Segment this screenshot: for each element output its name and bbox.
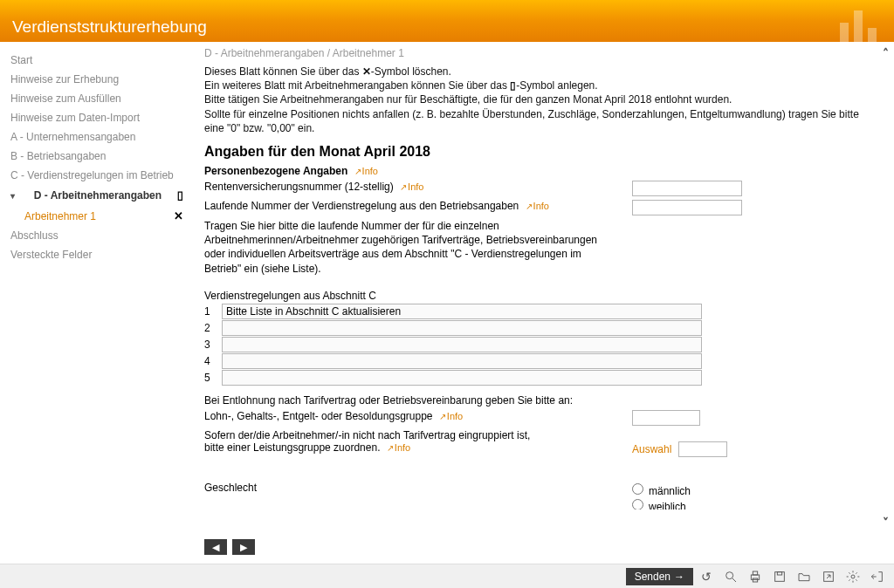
intro-block: Dieses Blatt können Sie über das ✕-Symbo… [204, 65, 859, 135]
nav-hinweise-ausfuellen[interactable]: Hinweise zum Ausfüllen [0, 89, 194, 108]
scrollbar[interactable]: ˄ ˅ [878, 47, 892, 529]
breadcrumb: D - Arbeitnehmerangaben / Arbeitnehmer 1 [204, 47, 880, 59]
info-link[interactable]: Info [400, 181, 423, 192]
auswahl-label: Auswahl [632, 443, 671, 455]
print-icon[interactable] [744, 567, 767, 586]
info-link[interactable]: Info [526, 201, 549, 211]
info-link[interactable]: Info [439, 411, 463, 421]
footer-toolbar: Senden ↺ [0, 564, 894, 588]
nav-hinweise-erhebung[interactable]: Hinweise zur Erhebung [0, 70, 194, 89]
logout-icon[interactable] [866, 567, 889, 586]
content-scroll: Dieses Blatt können Sie über das ✕-Symbo… [204, 65, 880, 509]
section-title: Angaben für den Monat April 2018 [204, 144, 859, 160]
list-row-1-input[interactable] [222, 304, 702, 319]
svg-rect-6 [777, 571, 781, 574]
lfdnr-label: Laufende Nummer der Verdienstregelung au… [204, 200, 519, 212]
geschlecht-label: Geschlecht [204, 482, 632, 494]
nav-d-child-1[interactable]: Arbeitnehmer 1 ✕ [0, 206, 194, 226]
list-row-4-input[interactable] [222, 353, 702, 369]
lohngruppe-label: Lohn-, Gehalts-, Entgelt- oder Besoldung… [204, 410, 433, 422]
nav-start[interactable]: Start [0, 51, 194, 70]
svg-line-1 [732, 578, 736, 582]
next-page-button[interactable]: ▶ [232, 539, 255, 555]
search-icon[interactable] [719, 567, 742, 586]
nav-b-betrieb[interactable]: B - Betriebsangaben [0, 147, 194, 166]
lfdnr-input[interactable] [632, 200, 742, 215]
scroll-down-icon[interactable]: ˅ [878, 516, 892, 529]
export-icon[interactable] [817, 567, 840, 586]
app-title: Verdienststrukturerhebung [12, 17, 207, 37]
list-row-2-input[interactable] [222, 320, 702, 336]
new-page-icon[interactable]: ▯ [177, 188, 183, 202]
radio-maennlich[interactable]: männlich [632, 483, 691, 497]
list-row-5-input[interactable] [222, 370, 702, 386]
undo-icon[interactable]: ↺ [695, 567, 718, 586]
svg-point-8 [851, 575, 855, 578]
nav-a-unternehmen[interactable]: A - Unternehmensangaben [0, 127, 194, 147]
svg-rect-3 [753, 571, 757, 575]
svg-point-0 [726, 571, 733, 578]
pager: ◀ ▶ [204, 539, 255, 555]
list-row-3-input[interactable] [222, 337, 702, 352]
verdienstregelungen-list: 1 2 3 4 5 [204, 304, 702, 386]
personal-heading: Personenbezogene Angaben [204, 165, 347, 177]
open-icon[interactable] [793, 567, 815, 586]
info-link[interactable]: Info [387, 442, 410, 453]
nav-d-arbeitnehmer[interactable]: D - Arbeitnehmerangaben ▯ [0, 185, 194, 206]
send-button[interactable]: Senden [626, 568, 693, 585]
sidebar: Start Hinweise zur Erhebung Hinweise zum… [0, 42, 194, 564]
help-block: Tragen Sie hier bitte die laufende Numme… [204, 219, 606, 276]
svg-rect-5 [775, 571, 785, 581]
logo-bars-icon [840, 10, 877, 42]
main-panel: D - Arbeitnehmerangaben / Arbeitnehmer 1… [194, 42, 894, 564]
save-icon[interactable] [768, 567, 791, 586]
rentennr-input[interactable] [632, 181, 742, 196]
list-heading: Verdienstregelungen aus Abschnitt C [204, 290, 859, 302]
delete-page-icon[interactable]: ✕ [174, 209, 183, 222]
leistungsgruppe-label-1: Sofern der/die Arbeitnehmer/-in nicht na… [204, 429, 530, 441]
svg-rect-4 [753, 578, 757, 582]
nav-versteckte[interactable]: Versteckte Felder [0, 245, 194, 264]
rentennr-label: Rentenversicherungsnummer (12-stellig) [204, 181, 394, 193]
nav-hinweise-import[interactable]: Hinweise zum Daten-Import [0, 108, 194, 127]
nav-abschluss[interactable]: Abschluss [0, 226, 194, 245]
leistungsgruppe-label-2: bitte einer Leistungsgruppe zuordnen. [204, 441, 380, 454]
lohngruppe-input[interactable] [632, 410, 700, 426]
settings-icon[interactable] [842, 567, 864, 586]
nav-c-verdienst[interactable]: C - Verdienstregelungen im Betrieb [0, 166, 194, 185]
tarif-hinweis: Bei Entlohnung nach Tarifvertrag oder Be… [204, 394, 859, 407]
info-link[interactable]: Info [354, 166, 378, 176]
app-header: Verdienststrukturerhebung [0, 0, 894, 42]
close-icon: ✕ [362, 65, 371, 78]
scroll-up-icon[interactable]: ˄ [878, 47, 892, 59]
radio-weiblich[interactable]: weiblich [632, 499, 691, 509]
auswahl-input[interactable] [678, 441, 727, 457]
prev-page-button[interactable]: ◀ [204, 539, 227, 555]
svg-rect-2 [751, 575, 759, 579]
